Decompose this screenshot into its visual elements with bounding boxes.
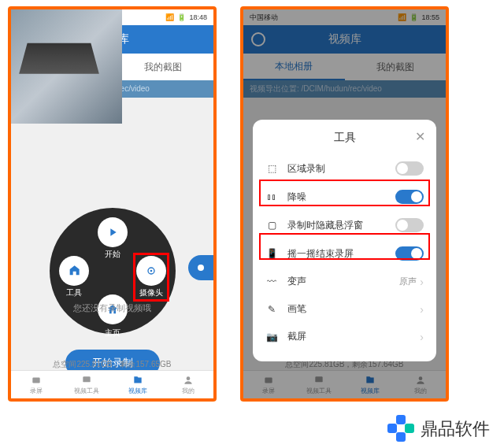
svg-rect-3 xyxy=(32,377,39,383)
svg-point-0 xyxy=(198,265,204,271)
fab-camera[interactable] xyxy=(188,255,213,280)
brand-logo-icon xyxy=(387,415,416,443)
tools-label: 工具 xyxy=(59,287,89,298)
home-label: 主页 xyxy=(98,328,128,339)
toggle-hide[interactable] xyxy=(395,218,424,232)
nav-mine[interactable]: 我的 xyxy=(163,371,213,398)
radial-menu: 开始 工具 摄像头 主页 xyxy=(50,208,176,334)
time: 18:48 xyxy=(189,13,207,21)
svg-point-5 xyxy=(187,376,191,380)
chevron-right-icon: › xyxy=(420,276,424,288)
toggle-shake[interactable] xyxy=(395,246,424,261)
voice-icon: 〰 xyxy=(265,276,278,288)
row-shake-stop[interactable]: 📱 摇一摇结束录屏 xyxy=(253,239,436,268)
empty-text: 您还没有录制视频哦 xyxy=(11,302,213,314)
svg-rect-4 xyxy=(83,376,91,382)
storage-info: 总空间225.81GB，剩余157.65GB xyxy=(11,359,213,370)
modal-overlay[interactable]: 工具 ✕ ⬚ 区域录制 ⫾⫾ 降噪 ▢ 录制时隐藏悬浮窗 📱 摇一摇结束录屏 xyxy=(243,9,446,398)
brand: 鼎品软件 xyxy=(387,415,490,443)
tools-button[interactable] xyxy=(59,256,89,286)
signal-icon: 📶 xyxy=(165,13,174,21)
bottom-nav: 录屏 视频工具 视频库 我的 xyxy=(11,370,213,398)
row-screenshot[interactable]: 📷 截屏 › xyxy=(253,323,436,350)
phone-left: 中国移动 📶🔋18:48 视频库 本地相册 我的截图 视频导出位置: /DCIM… xyxy=(8,6,217,402)
row-hide-float[interactable]: ▢ 录制时隐藏悬浮窗 xyxy=(253,211,436,239)
tools-modal: 工具 ✕ ⬚ 区域录制 ⫾⫾ 降噪 ▢ 录制时隐藏悬浮窗 📱 摇一摇结束录屏 xyxy=(253,120,436,361)
modal-title: 工具 ✕ xyxy=(253,131,436,145)
row-noise-reduction[interactable]: ⫾⫾ 降噪 xyxy=(253,183,436,211)
tab-screenshots[interactable]: 我的截图 xyxy=(113,54,214,80)
row-brush[interactable]: ✎ 画笔 › xyxy=(253,295,436,323)
start-label: 开始 xyxy=(98,249,128,260)
close-icon[interactable]: ✕ xyxy=(415,129,425,144)
row-area-record[interactable]: ⬚ 区域录制 xyxy=(253,154,436,183)
nav-tools[interactable]: 视频工具 xyxy=(61,371,112,398)
camera-icon: 📷 xyxy=(265,331,278,343)
nav-library[interactable]: 视频库 xyxy=(113,371,163,398)
noise-icon: ⫾⫾ xyxy=(265,191,278,203)
camera-preview[interactable] xyxy=(8,9,122,124)
nav-record[interactable]: 录屏 xyxy=(11,371,61,398)
chevron-right-icon: › xyxy=(420,331,424,343)
area-icon: ⬚ xyxy=(265,162,278,175)
hide-icon: ▢ xyxy=(265,219,278,231)
highlight-camera xyxy=(133,253,169,302)
start-button[interactable] xyxy=(98,217,128,247)
toggle-noise[interactable] xyxy=(395,190,424,204)
toggle-area[interactable] xyxy=(395,161,424,176)
row-voice-change[interactable]: 〰 变声 原声 › xyxy=(253,268,436,295)
brush-icon: ✎ xyxy=(265,303,278,316)
chevron-right-icon: › xyxy=(420,303,424,316)
brand-text: 鼎品软件 xyxy=(421,417,490,441)
shake-icon: 📱 xyxy=(265,247,278,260)
phone-right: 中国移动 📶🔋18:55 视频库 本地相册 我的截图 视频导出位置: /DCIM… xyxy=(240,6,449,402)
